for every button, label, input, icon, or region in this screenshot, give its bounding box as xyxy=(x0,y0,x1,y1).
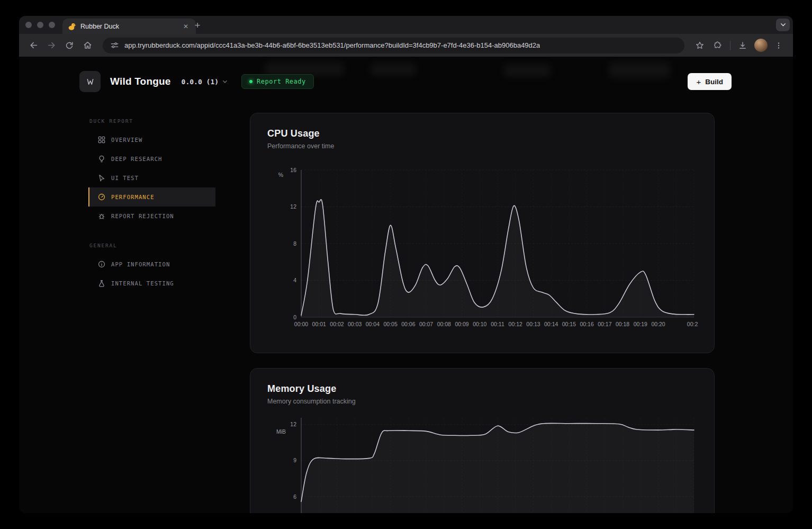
svg-text:00:22: 00:22 xyxy=(687,321,698,327)
svg-text:16: 16 xyxy=(290,167,296,173)
chevron-down-icon xyxy=(222,80,228,84)
main-content: CPU Usage Performance over time 0481216%… xyxy=(250,113,715,513)
gauge-icon xyxy=(98,193,105,201)
tab-close-icon[interactable]: ✕ xyxy=(181,22,191,31)
version-label: 0.0.0 (1) xyxy=(182,78,219,86)
forward-button[interactable] xyxy=(43,38,59,53)
app-header: Wild Tongue 0.0.0 (1) Report Ready + Bui… xyxy=(19,57,793,106)
svg-text:00:12: 00:12 xyxy=(509,321,522,327)
sidebar-item-app-information[interactable]: APP INFORMATION xyxy=(88,255,215,274)
svg-text:8: 8 xyxy=(293,240,296,247)
reload-button[interactable] xyxy=(61,38,77,53)
tab-title: Rubber Duck xyxy=(80,23,177,30)
svg-text:00:16: 00:16 xyxy=(580,321,593,327)
traffic-light-close[interactable] xyxy=(25,22,32,28)
bug-icon xyxy=(98,212,105,220)
memory-card-subtitle: Memory consumption tracking xyxy=(267,398,697,405)
svg-text:00:05: 00:05 xyxy=(383,321,397,327)
svg-text:00:06: 00:06 xyxy=(401,321,415,327)
svg-text:00:07: 00:07 xyxy=(419,321,433,327)
svg-text:00:15: 00:15 xyxy=(562,321,576,327)
avatar xyxy=(754,39,768,52)
svg-text:00:14: 00:14 xyxy=(544,321,558,327)
tab-search-chevron-button[interactable] xyxy=(776,19,790,31)
svg-text:12: 12 xyxy=(290,421,296,427)
svg-text:00:03: 00:03 xyxy=(348,321,362,327)
version-dropdown[interactable]: 0.0.0 (1) xyxy=(182,78,228,86)
bookmark-star-icon[interactable] xyxy=(692,38,708,53)
build-button[interactable]: + Build xyxy=(688,73,732,90)
svg-text:6: 6 xyxy=(293,494,296,500)
traffic-light-minimize[interactable] xyxy=(37,22,43,28)
svg-text:00:18: 00:18 xyxy=(616,321,629,327)
sidebar-item-ui-test[interactable]: UI TEST xyxy=(88,168,215,187)
svg-text:0: 0 xyxy=(293,314,296,320)
app-title: Wild Tongue xyxy=(110,76,171,87)
svg-text:00:13: 00:13 xyxy=(526,321,540,327)
memory-card-title: Memory Usage xyxy=(267,383,697,394)
status-label: Report Ready xyxy=(257,78,306,85)
svg-text:9: 9 xyxy=(293,457,296,463)
url-bar[interactable]: app.tryrubberduck.com/appid/ccc41a3a-be3… xyxy=(103,38,684,53)
sidebar-item-overview[interactable]: OVERVIEW xyxy=(88,130,215,149)
url-text: app.tryrubberduck.com/appid/ccc41a3a-be3… xyxy=(124,41,540,49)
status-dot-icon xyxy=(249,80,252,83)
downloads-icon[interactable] xyxy=(735,38,751,53)
sidebar-item-deep-research[interactable]: DEEP RESEARCH xyxy=(88,149,215,168)
profile-avatar[interactable] xyxy=(753,38,769,53)
cpu-card-title: CPU Usage xyxy=(267,128,697,139)
plus-icon: + xyxy=(696,77,701,86)
svg-text:4: 4 xyxy=(293,277,296,283)
browser-menu-kebab-icon[interactable] xyxy=(771,38,787,53)
svg-text:00:00: 00:00 xyxy=(294,321,308,327)
site-settings-icon[interactable] xyxy=(110,41,119,50)
svg-text:12: 12 xyxy=(290,203,296,210)
svg-text:00:11: 00:11 xyxy=(491,321,504,327)
cpu-usage-card: CPU Usage Performance over time 0481216%… xyxy=(250,113,715,353)
flask-icon xyxy=(98,280,105,287)
app-page: Wild Tongue 0.0.0 (1) Report Ready + Bui… xyxy=(19,57,793,513)
grid-icon xyxy=(98,136,105,144)
svg-text:00:02: 00:02 xyxy=(330,321,344,327)
info-icon xyxy=(98,261,105,268)
sidebar-section-duck-report: DUCK REPORT xyxy=(89,118,215,124)
svg-text:00:01: 00:01 xyxy=(312,321,326,327)
cpu-card-subtitle: Performance over time xyxy=(267,142,697,150)
cursor-icon xyxy=(98,174,105,182)
sidebar-item-internal-testing[interactable]: INTERNAL TESTING xyxy=(88,274,215,293)
extensions-icon[interactable] xyxy=(710,38,726,53)
svg-text:00:19: 00:19 xyxy=(634,321,647,327)
duck-favicon-icon xyxy=(68,22,76,31)
bulb-icon xyxy=(98,155,105,163)
svg-text:%: % xyxy=(278,172,283,178)
status-badge: Report Ready xyxy=(241,74,314,89)
new-tab-button[interactable]: + xyxy=(191,19,204,32)
svg-text:00:04: 00:04 xyxy=(366,321,380,327)
browser-window: Rubber Duck ✕ + app.tryrubberduck.com/ap… xyxy=(19,16,793,513)
svg-text:MiB: MiB xyxy=(276,428,286,435)
home-button[interactable] xyxy=(79,38,95,53)
svg-text:00:20: 00:20 xyxy=(651,321,665,327)
back-button[interactable] xyxy=(25,38,41,53)
svg-text:00:10: 00:10 xyxy=(473,321,486,327)
svg-text:00:17: 00:17 xyxy=(598,321,611,327)
memory-usage-chart: 6912MiB xyxy=(267,418,698,513)
sidebar: DUCK REPORT OVERVIEW DEEP RESEARCH UI TE… xyxy=(88,118,215,293)
memory-usage-card: Memory Usage Memory consumption tracking… xyxy=(250,368,715,513)
sidebar-item-report-rejection[interactable]: REPORT REJECTION xyxy=(88,207,215,226)
traffic-light-zoom[interactable] xyxy=(49,22,55,28)
build-button-label: Build xyxy=(705,78,723,86)
sidebar-item-performance[interactable]: PERFORMANCE xyxy=(88,187,215,207)
tab-strip: Rubber Duck ✕ + xyxy=(19,16,793,34)
svg-text:00:08: 00:08 xyxy=(437,321,451,327)
browser-tab[interactable]: Rubber Duck ✕ xyxy=(62,19,196,34)
browser-toolbar: app.tryrubberduck.com/appid/ccc41a3a-be3… xyxy=(19,34,793,57)
sidebar-section-general: GENERAL xyxy=(89,243,215,248)
app-logo-icon xyxy=(79,71,101,92)
cpu-usage-chart: 0481216%00:0000:0100:0200:0300:0400:0500… xyxy=(267,163,698,328)
toolbar-divider xyxy=(730,41,730,50)
svg-text:00:09: 00:09 xyxy=(455,321,468,327)
